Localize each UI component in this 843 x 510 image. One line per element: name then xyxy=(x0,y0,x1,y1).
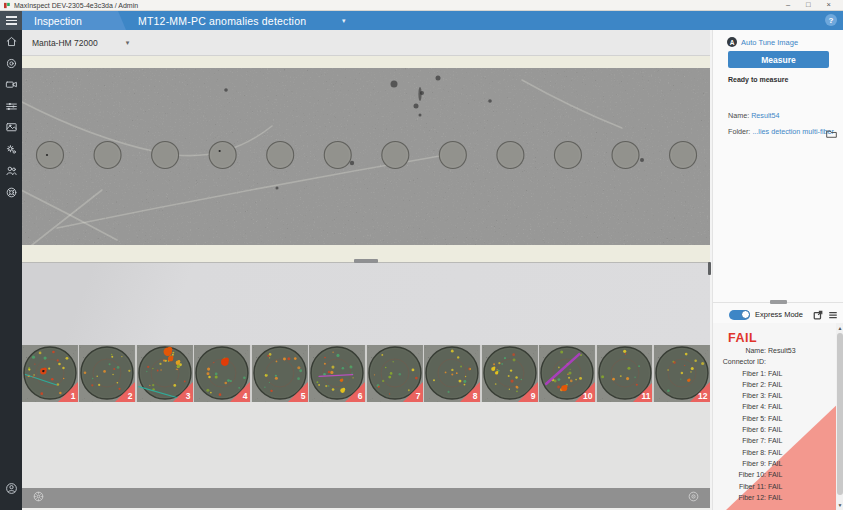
result-row-value: FAIL xyxy=(768,379,782,390)
horizontal-splitter-handle[interactable] xyxy=(354,259,378,263)
panel-menu-icon[interactable] xyxy=(828,310,838,320)
result-row: Connector ID: xyxy=(713,356,843,367)
result-row: Fiber 1: FAIL xyxy=(713,368,843,379)
account-button[interactable] xyxy=(0,482,22,495)
result-row-value: FAIL xyxy=(768,424,782,435)
hamburger-menu-button[interactable] xyxy=(0,11,22,30)
result-row-value: FAIL xyxy=(768,390,782,401)
results-panel: FAIL Name: Result53 Connector ID: Fiber … xyxy=(713,323,843,510)
fiber-thumbnail-strip: 123456789101112 xyxy=(22,345,710,402)
fiber-thumbnail-11[interactable]: 11 xyxy=(597,345,653,402)
users-icon[interactable] xyxy=(5,164,18,177)
minimize-button[interactable]: – xyxy=(786,1,790,9)
vertical-splitter-handle[interactable] xyxy=(708,262,711,275)
svg-text:11: 11 xyxy=(641,391,650,401)
fiber-thumbnail-1[interactable]: 1 xyxy=(22,345,78,402)
result-row: Fiber 2: FAIL xyxy=(713,379,843,390)
scroll-up-icon[interactable]: ▲ xyxy=(838,325,843,331)
fiber-thumbnail-6[interactable]: 6 xyxy=(309,345,365,402)
result-row: Fiber 6: FAIL xyxy=(713,424,843,435)
express-mode-row: Express Mode xyxy=(713,306,843,323)
result-row-label: Fiber 12: xyxy=(738,492,766,503)
stage-settings-wheel-icon[interactable] xyxy=(32,489,45,507)
tab-inspection[interactable]: Inspection xyxy=(22,11,126,30)
fiber-thumbnail-2[interactable]: 2 xyxy=(79,345,135,402)
result-row: Fiber 3: FAIL xyxy=(713,390,843,401)
auto-tune-label: Auto Tune Image xyxy=(741,38,798,47)
scroll-down-icon[interactable]: ▼ xyxy=(838,502,843,508)
maximize-button[interactable]: □ xyxy=(806,1,811,9)
fiber-thumbnail-7[interactable]: 7 xyxy=(367,345,423,402)
tune-sliders-icon[interactable] xyxy=(5,100,18,113)
stage-empty-area xyxy=(22,263,710,345)
connector-live-image[interactable] xyxy=(22,68,710,245)
result-row-value: FAIL xyxy=(768,401,782,412)
result-row: Fiber 11: FAIL xyxy=(713,481,843,492)
scope-icon[interactable] xyxy=(5,57,18,70)
svg-text:10: 10 xyxy=(583,391,593,401)
result-row-label: Fiber 4: xyxy=(742,401,766,412)
preset-dropdown-caret-icon[interactable]: ▾ xyxy=(342,11,346,30)
result-row-value: FAIL xyxy=(768,492,782,503)
panel-splitter-handle[interactable] xyxy=(770,300,787,304)
result-row-label: Fiber 9: xyxy=(742,458,766,469)
result-row: Fiber 12: FAIL xyxy=(713,492,843,503)
help-button[interactable]: ? xyxy=(825,14,837,26)
fiber-thumbnail-5[interactable]: 5 xyxy=(252,345,308,402)
svg-text:9: 9 xyxy=(530,391,535,401)
result-row: Name: Result53 xyxy=(713,345,843,356)
svg-text:5: 5 xyxy=(301,391,306,401)
app-header: Inspection MT12-MM-PC anomalies detectio… xyxy=(0,11,843,30)
left-sidebar xyxy=(0,30,22,510)
result-row-value: FAIL xyxy=(768,435,782,446)
result-row-label: Fiber 8: xyxy=(742,447,766,458)
result-row-label: Name: xyxy=(745,345,766,356)
result-row-value: FAIL xyxy=(768,458,782,469)
result-row: Fiber 7: FAIL xyxy=(713,435,843,446)
help-lifebuoy-icon[interactable] xyxy=(5,186,18,199)
fiber-thumbnail-10[interactable]: 10 xyxy=(539,345,595,402)
ferrule-strip-top xyxy=(22,56,710,68)
close-button[interactable]: × xyxy=(827,1,831,9)
fiber-thumbnail-3[interactable]: 3 xyxy=(137,345,193,402)
result-row-value: Result53 xyxy=(768,345,796,356)
title-bar: MaxInspect DEV-2305-4e3c3da / Admin – □ … xyxy=(0,0,843,11)
measure-button[interactable]: Measure xyxy=(728,51,829,68)
device-selector[interactable]: Manta-HM 72000 xyxy=(32,38,98,48)
camera-icon[interactable] xyxy=(5,78,18,91)
result-row-label: Fiber 7: xyxy=(742,435,766,446)
fiber-thumbnail-9[interactable]: 9 xyxy=(482,345,538,402)
home-icon[interactable] xyxy=(5,35,18,48)
results-scrollbar[interactable]: ▲ ▼ xyxy=(836,323,843,510)
status-bar xyxy=(22,488,710,508)
preset-title[interactable]: MT12-MM-PC anomalies detection xyxy=(138,15,306,27)
gallery-icon[interactable] xyxy=(5,121,18,134)
device-dropdown-caret-icon[interactable]: ▾ xyxy=(126,39,130,47)
result-row-value: FAIL xyxy=(768,469,782,480)
folder-browse-icon[interactable] xyxy=(826,124,837,142)
result-row-value: FAIL xyxy=(768,368,782,379)
svg-text:3: 3 xyxy=(186,391,191,401)
result-verdict: FAIL xyxy=(728,331,757,345)
result-row-label: Fiber 5: xyxy=(742,413,766,424)
name-label: Name: xyxy=(728,111,749,120)
folder-value[interactable]: ...lies detection multi-fiber xyxy=(752,127,834,136)
scrollbar-thumb[interactable] xyxy=(837,333,843,495)
stage-target-icon[interactable] xyxy=(687,489,700,507)
services-gear-icon[interactable] xyxy=(5,143,18,156)
result-row-label: Fiber 2: xyxy=(742,379,766,390)
result-row-label: Fiber 6: xyxy=(742,424,766,435)
auto-tune-button[interactable]: A Auto Tune Image xyxy=(727,37,798,47)
name-value[interactable]: Result54 xyxy=(751,111,779,120)
right-panel: A Auto Tune Image Measure Ready to measu… xyxy=(712,30,843,510)
fiber-thumbnail-4[interactable]: 4 xyxy=(194,345,250,402)
fiber-thumbnail-12[interactable]: 12 xyxy=(654,345,710,402)
tab-inspection-label: Inspection xyxy=(34,15,82,27)
express-mode-toggle[interactable] xyxy=(729,310,750,320)
stage-lower-area xyxy=(22,402,710,488)
fiber-thumbnail-8[interactable]: 8 xyxy=(424,345,480,402)
folder-label: Folder: xyxy=(728,127,750,136)
result-name-row: Name: Result54 xyxy=(728,111,780,120)
result-row-label: Fiber 3: xyxy=(742,390,766,401)
open-external-icon[interactable] xyxy=(813,310,823,320)
